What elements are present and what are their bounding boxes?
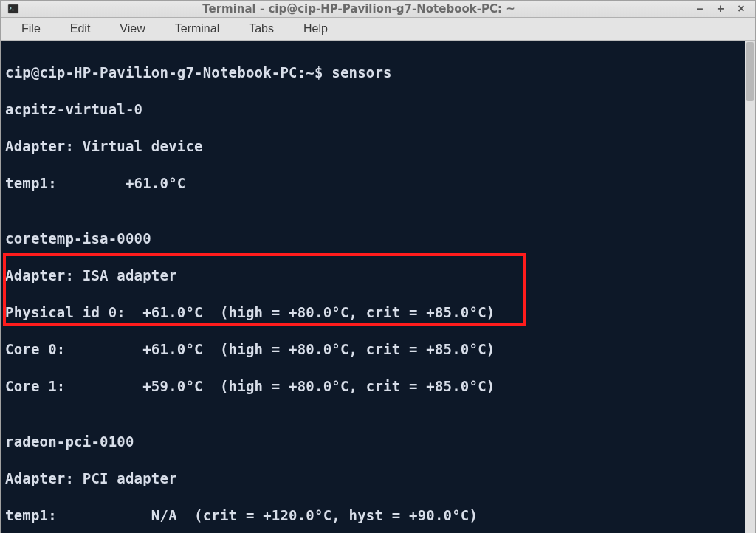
minimize-button[interactable]: –	[692, 1, 708, 17]
scrollbar-thumb[interactable]	[746, 42, 754, 101]
scrollbar[interactable]	[745, 41, 755, 533]
terminal-line: coretemp-isa-0000	[5, 230, 740, 248]
terminal-line: acpitz-virtual-0	[5, 100, 740, 119]
menu-edit[interactable]: Edit	[55, 18, 106, 40]
terminal-line: Core 1: +59.0°C (high = +80.0°C, crit = …	[5, 377, 740, 396]
menu-file[interactable]: File	[7, 18, 55, 40]
terminal-line: Adapter: ISA adapter	[5, 266, 740, 285]
window-controls: – + ×	[692, 1, 749, 17]
terminal-line: radeon-pci-0100	[5, 433, 740, 451]
menu-view[interactable]: View	[105, 18, 159, 40]
terminal-line: Adapter: PCI adapter	[5, 470, 740, 488]
terminal-line: temp1: N/A (crit = +120.0°C, hyst = +90.…	[5, 506, 740, 525]
terminal-container: cip@cip-HP-Pavilion-g7-Notebook-PC:~$ se…	[1, 41, 755, 533]
svg-rect-0	[8, 4, 18, 13]
menu-tabs[interactable]: Tabs	[234, 18, 289, 40]
menu-help[interactable]: Help	[289, 18, 343, 40]
terminal-window: Terminal - cip@cip-HP-Pavilion-g7-Notebo…	[0, 0, 756, 533]
close-button[interactable]: ×	[733, 1, 749, 17]
terminal-line: Core 0: +61.0°C (high = +80.0°C, crit = …	[5, 340, 740, 359]
terminal-line: Adapter: Virtual device	[5, 137, 740, 156]
titlebar[interactable]: Terminal - cip@cip-HP-Pavilion-g7-Notebo…	[1, 1, 755, 18]
maximize-button[interactable]: +	[712, 1, 729, 17]
window-title: Terminal - cip@cip-HP-Pavilion-g7-Notebo…	[26, 2, 692, 16]
terminal-icon	[7, 2, 20, 16]
menu-terminal[interactable]: Terminal	[160, 18, 234, 40]
terminal-output[interactable]: cip@cip-HP-Pavilion-g7-Notebook-PC:~$ se…	[1, 41, 745, 533]
menubar: File Edit View Terminal Tabs Help	[1, 18, 755, 41]
terminal-line: cip@cip-HP-Pavilion-g7-Notebook-PC:~$ se…	[5, 63, 740, 82]
terminal-line: Physical id 0: +61.0°C (high = +80.0°C, …	[5, 303, 740, 322]
terminal-line: temp1: +61.0°C	[5, 174, 740, 193]
